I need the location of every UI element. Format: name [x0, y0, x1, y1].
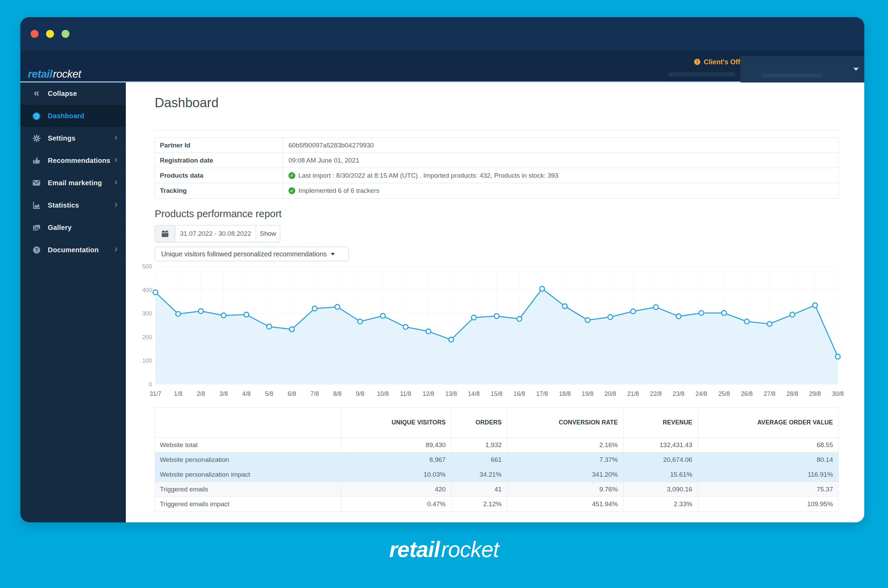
svg-text:24/8: 24/8	[696, 390, 707, 397]
sidebar-item-label: Dashboard	[48, 112, 84, 120]
thumbs-up-icon	[32, 156, 41, 165]
maximize-window-button[interactable]	[62, 30, 69, 38]
column-header-orders: ORDERS	[451, 408, 508, 438]
gear-icon	[32, 134, 41, 142]
sidebar-item-label: Email marketing	[48, 179, 102, 187]
info-value: ✓Last import : 8/30/2022 at 8:15 AM (UTC…	[283, 168, 558, 183]
clients-office-icon: !	[694, 59, 700, 65]
svg-text:10/8: 10/8	[377, 390, 389, 397]
report-section-title: Products performance report	[155, 208, 282, 220]
show-button[interactable]: Show	[256, 225, 280, 242]
sidebar-item-email-marketing[interactable]: Email marketing›	[20, 172, 126, 194]
cell-value: 1,932	[451, 438, 508, 453]
svg-text:23/8: 23/8	[673, 390, 685, 397]
svg-text:13/8: 13/8	[445, 390, 457, 397]
svg-text:?: ?	[35, 247, 38, 253]
chevron-down-icon	[853, 68, 859, 71]
sidebar-item-label: Recommendations	[48, 157, 110, 165]
sidebar-item-settings[interactable]: Settings›	[20, 127, 126, 150]
sidebar-item-documentation[interactable]: ?Documentation›	[20, 239, 126, 261]
logo-rocket: rocket	[53, 68, 81, 80]
info-value-text: 09:08 AM June 01, 2021	[288, 157, 359, 164]
svg-text:26/8: 26/8	[741, 390, 753, 397]
table-row-triggered-emails-impact: Triggered emails impact0.47%2.12%451.94%…	[155, 497, 839, 512]
svg-text:7/8: 7/8	[310, 390, 319, 397]
svg-text:400: 400	[142, 287, 152, 294]
metric-select-dropdown[interactable]: Unique visitors followed personalized re…	[155, 247, 349, 261]
sidebar-item-recommendations[interactable]: Recommendations›	[20, 150, 126, 172]
minimize-window-button[interactable]	[46, 30, 54, 38]
svg-text:20/8: 20/8	[604, 390, 616, 397]
check-circle-icon: ✓	[288, 187, 295, 194]
svg-text:16/8: 16/8	[514, 390, 525, 397]
account-dropdown[interactable]	[741, 56, 864, 82]
svg-text:8/8: 8/8	[333, 390, 341, 397]
client-name-redacted	[668, 72, 735, 76]
calendar-icon	[161, 229, 170, 238]
titlebar	[20, 17, 864, 51]
row-label: Website personalization impact	[155, 467, 341, 482]
table-header-row: UNIQUE VISITORSORDERSCONVERSION RATEREVE…	[155, 408, 839, 438]
window-body: « Collapse DashboardSettings›Recommendat…	[20, 82, 864, 522]
footer-logo-retail: retail	[389, 537, 440, 562]
svg-text:300: 300	[142, 310, 152, 317]
sidebar: « Collapse DashboardSettings›Recommendat…	[20, 82, 126, 522]
app-header: retailrocket ! Client's Office	[20, 17, 864, 82]
chevron-right-icon: ›	[114, 177, 117, 187]
row-label: Website personalization	[155, 453, 341, 467]
cell-value: 41	[451, 482, 508, 497]
question-icon: ?	[32, 245, 41, 254]
svg-text:1/8: 1/8	[174, 390, 182, 397]
sidebar-item-label: Documentation	[48, 246, 99, 254]
sidebar-item-label: Gallery	[48, 224, 72, 232]
cell-value: 75.37	[698, 482, 838, 497]
cell-value: 2.33%	[624, 497, 698, 512]
svg-text:30/8: 30/8	[832, 390, 844, 397]
cell-value: 2.12%	[451, 497, 508, 512]
svg-text:0: 0	[149, 381, 152, 388]
account-name-redacted	[761, 74, 823, 78]
envelope-icon	[32, 178, 41, 187]
table-row-website-personalization: Website personalization8,9676617.37%20,6…	[155, 453, 839, 467]
chevron-right-icon: ›	[114, 244, 117, 254]
close-window-button[interactable]	[31, 30, 39, 38]
svg-text:28/8: 28/8	[787, 390, 798, 397]
window-controls	[31, 30, 69, 38]
info-label: Products data	[155, 168, 283, 183]
sidebar-item-gallery[interactable]: Gallery	[20, 216, 126, 239]
sidebar-collapse-label: Collapse	[48, 90, 77, 98]
cell-value: 20,674.06	[624, 453, 698, 467]
sidebar-item-label: Statistics	[48, 201, 79, 209]
info-value: 60b5f90097a5283b04279930	[283, 138, 374, 153]
date-range-input[interactable]: 31.07.2022 - 30.08.2022	[175, 225, 256, 242]
info-value: 09:08 AM June 01, 2021	[283, 153, 359, 168]
svg-text:200: 200	[142, 334, 152, 340]
svg-text:2/8: 2/8	[197, 390, 205, 397]
performance-chart[interactable]: 010020030040050031/71/82/83/84/85/86/87/…	[138, 261, 844, 402]
cell-value: 89,430	[341, 438, 451, 453]
caret-down-icon	[331, 253, 335, 255]
cell-value: 7.37%	[508, 453, 624, 467]
date-range-picker: 31.07.2022 - 30.08.2022 Show	[155, 225, 280, 242]
sidebar-item-dashboard[interactable]: Dashboard	[20, 105, 126, 127]
info-value-text: Last import : 8/30/2022 at 8:15 AM (UTC)…	[298, 172, 558, 179]
svg-text:31/7: 31/7	[150, 390, 161, 397]
info-row-tracking: Tracking✓Implemented 6 of 6 trackers	[155, 183, 838, 198]
table-row-website-personalization-impact: Website personalization impact10.03%34.2…	[155, 467, 839, 482]
table-row-triggered-emails: Triggered emails420419.76%3,090.1675.37	[155, 482, 839, 497]
column-header-unique-visitors: UNIQUE VISITORS	[341, 408, 451, 438]
calendar-button[interactable]	[155, 225, 175, 242]
svg-text:12/8: 12/8	[422, 390, 434, 397]
divider	[155, 130, 839, 130]
sidebar-collapse-button[interactable]: « Collapse	[20, 82, 126, 105]
cell-value: 451.94%	[508, 497, 624, 512]
row-label: Triggered emails impact	[155, 497, 341, 512]
screenshot-root: { "colors": { "canvas_cyan": "#00A9DC", …	[0, 0, 888, 588]
chevron-right-icon: ›	[114, 132, 117, 142]
cell-value: 9.76%	[508, 482, 624, 497]
svg-text:9/8: 9/8	[356, 390, 364, 397]
svg-text:19/8: 19/8	[582, 390, 594, 397]
row-label: Triggered emails	[155, 482, 341, 497]
info-value-text: Implemented 6 of 6 trackers	[298, 187, 380, 195]
sidebar-item-statistics[interactable]: Statistics›	[20, 194, 126, 216]
